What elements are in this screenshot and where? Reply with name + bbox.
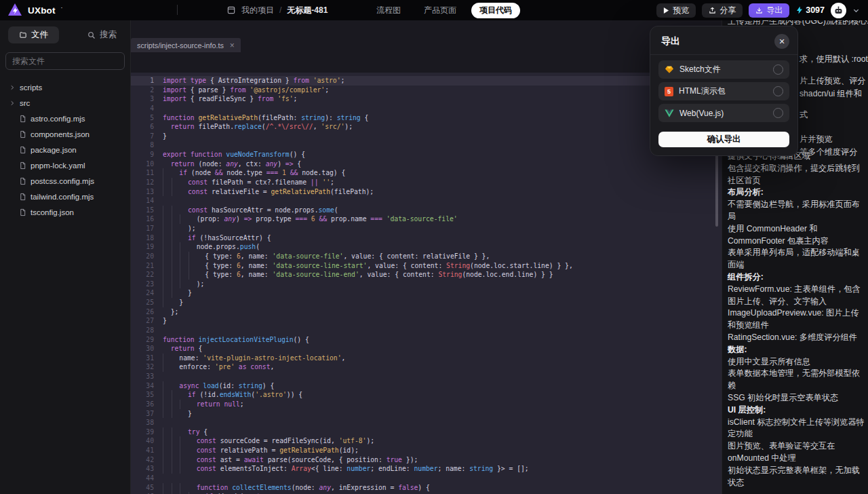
avatar[interactable] (831, 3, 846, 18)
confirm-export-button[interactable]: 确认导出 (658, 132, 789, 147)
code-line: 14 (131, 196, 722, 206)
code-line: 18 if (!hasSourceAttr) { (131, 233, 722, 243)
export-dialog: 导出 ✕ Sketch文件5HTML演示包Web(Vue.js) 确认导出 (650, 26, 798, 156)
credits-count: 3097 (806, 5, 825, 15)
nav-tab-流程图[interactable]: 流程图 (368, 3, 409, 18)
code-line: 22 { type: 6, name: 'data-source-line-en… (131, 270, 722, 280)
code-line: 8 (131, 140, 722, 150)
file-icon (19, 130, 26, 138)
sketch-icon (665, 65, 674, 74)
code-line: 35 if (!id.endsWith('.astro')) { (131, 390, 722, 400)
export-option-Web(Vue.js)[interactable]: Web(Vue.js) (658, 104, 789, 122)
panel-line: 表单采用单列布局，适配移动端和桌面端 (728, 247, 865, 271)
code-line: 29function injectLocationVitePlugin() { (131, 335, 722, 345)
panel-section-header: 布局分析: (728, 187, 865, 199)
tree-item-scripts[interactable]: scripts (0, 79, 130, 95)
brand-tick: ˙ (61, 7, 63, 14)
radio-button[interactable] (773, 64, 783, 75)
radio-button[interactable] (773, 108, 783, 118)
code-line: 10 return (node: any, ctx: any) => { (131, 159, 722, 169)
code-line: 12 const filePath = ctx?.filename || ''; (131, 178, 722, 187)
panel-line: RatingSection.vue: 多维度评分组件 (728, 332, 865, 344)
export-options: Sketch文件5HTML演示包Web(Vue.js) (658, 60, 789, 126)
export-option-Sketch文件[interactable]: Sketch文件 (658, 60, 789, 79)
file-icon (19, 208, 26, 216)
code-editor: scripts/inject-source-info.ts × 1import … (131, 20, 722, 494)
editor-scrollbar[interactable] (715, 151, 718, 227)
tree-item-src[interactable]: src (0, 95, 130, 111)
code-line: 3import { readFileSync } from 'fs'; (131, 94, 722, 104)
lightning-icon (795, 5, 804, 15)
code-line: 44 (131, 474, 722, 483)
code-line: 34 async load(id: string) { (131, 381, 722, 391)
export-button[interactable]: 导出 (749, 3, 789, 18)
code-line: 21 { type: 6, name: 'data-source-line-st… (131, 261, 722, 271)
sidebar-tab-搜索[interactable]: 搜索 (77, 26, 127, 43)
close-icon: ✕ (778, 37, 785, 46)
tree-item-astro.config.mjs[interactable]: astro.config.mjs (0, 111, 130, 126)
breadcrumb-project[interactable]: 我的项目 (241, 5, 274, 16)
preview-button[interactable]: 预览 (656, 3, 696, 18)
panel-analysis-text: 提供文字心得编辑区域包含提交和取消操作，提交后跳转到社区首页布局分析:不需要侧边… (728, 151, 865, 494)
code-line: 23 ); (131, 280, 722, 289)
tree-item-components.json[interactable]: components.json (0, 126, 130, 142)
editor-tab[interactable]: scripts/inject-source-info.ts × (131, 38, 241, 52)
code-line: 19 node.props.push( (131, 242, 722, 252)
dialog-close-button[interactable]: ✕ (774, 34, 789, 49)
sidebar-tab-文件[interactable]: 文件 (8, 26, 59, 43)
tree-item-pnpm-lock.yaml[interactable]: pnpm-lock.yaml (0, 157, 130, 173)
search-files-input[interactable] (5, 52, 125, 70)
file-icon (19, 162, 26, 170)
code-line: 30 return { (131, 344, 722, 354)
panel-line: 包含提交和取消操作，提交后跳转到社区首页 (728, 163, 865, 187)
search-icon (87, 31, 96, 39)
code-line: 24 } (131, 288, 722, 298)
credits-badge: 3097 (795, 5, 825, 15)
topbar-actions: 预览 分享 导出 3097 (656, 0, 860, 20)
code-line: 11 if (node && node.type === 1 && node.t… (131, 168, 722, 178)
top-bar: UXbot ˙ 我的项目 / 无标题-481 流程图产品页面项目代码 预览 分享… (0, 0, 868, 20)
file-icon (19, 115, 26, 123)
export-label: 导出 (766, 5, 783, 16)
export-option-HTML演示包[interactable]: 5HTML演示包 (658, 82, 789, 100)
nav-tab-产品页面[interactable]: 产品页面 (416, 3, 465, 18)
center-nav-tabs: 流程图产品页面项目代码 (368, 0, 520, 20)
chevron-down-icon[interactable] (852, 7, 860, 14)
file-sidebar: 文件搜索 scriptssrcastro.config.mjscomponent… (0, 20, 131, 494)
nav-tab-项目代码[interactable]: 项目代码 (471, 3, 520, 18)
panel-line: ReviewForm.vue: 主表单组件，包含图片上传、评分、文字输入 (728, 284, 865, 308)
code-line: 5function getRelativePath(filePath: stri… (131, 113, 722, 123)
close-tab-icon[interactable]: × (230, 41, 235, 50)
file-icon (19, 177, 26, 185)
panel-section-header: 组件拆分: (728, 271, 865, 284)
tree-item-tailwind.config.mjs[interactable]: tailwind.config.mjs (0, 189, 130, 204)
brand-name: UXbot (28, 5, 56, 16)
code-line: 38 (131, 418, 722, 428)
editor-tab-label: scripts/inject-source-info.ts (137, 41, 224, 50)
panel-section-header: UI 层控制: (728, 404, 865, 417)
code-line: 43 const elementsToInject: Array<{ line:… (131, 464, 722, 474)
panel-line: 图片预览、表单验证等交互在 onMounted 中处理 (728, 440, 865, 465)
breadcrumb-separator: / (279, 5, 281, 15)
topbar-divider (177, 5, 178, 15)
panel-section-header: 数据: (728, 344, 865, 356)
share-button[interactable]: 分享 (702, 3, 743, 18)
code-line: 33 (131, 372, 722, 381)
chevron-right-icon (9, 100, 15, 106)
tree-item-postcss.config.mjs[interactable]: postcss.config.mjs (0, 173, 130, 189)
brand: UXbot ˙ (7, 2, 63, 18)
dialog-divider (650, 54, 797, 55)
code-line: 36 return null; (131, 400, 722, 409)
code-line: 42 const ast = await parse(sourceCode, {… (131, 455, 722, 465)
sidebar-tabs: 文件搜索 (0, 20, 130, 43)
tree-item-tsconfig.json[interactable]: tsconfig.json (0, 204, 130, 220)
share-label: 分享 (719, 5, 736, 16)
code-area[interactable]: 1import type { AstroIntegration } from '… (131, 73, 722, 494)
file-tree: scriptssrcastro.config.mjscomponents.jso… (0, 79, 130, 220)
vue-icon (665, 109, 674, 117)
dialog-title: 导出 (661, 35, 680, 48)
radio-button[interactable] (773, 86, 783, 96)
code-line: 20 { type: 6, name: 'data-source-file', … (131, 252, 722, 261)
code-line: 28 (131, 326, 722, 335)
tree-item-package.json[interactable]: package.json (0, 142, 130, 157)
